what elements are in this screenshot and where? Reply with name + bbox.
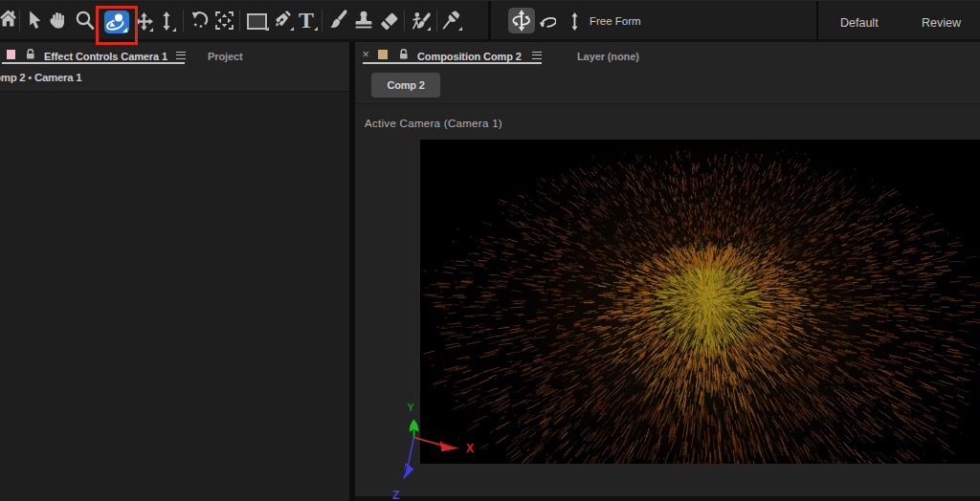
svg-text:Z: Z — [392, 489, 400, 501]
svg-text:Y: Y — [408, 402, 415, 413]
svg-text:X: X — [466, 442, 474, 455]
